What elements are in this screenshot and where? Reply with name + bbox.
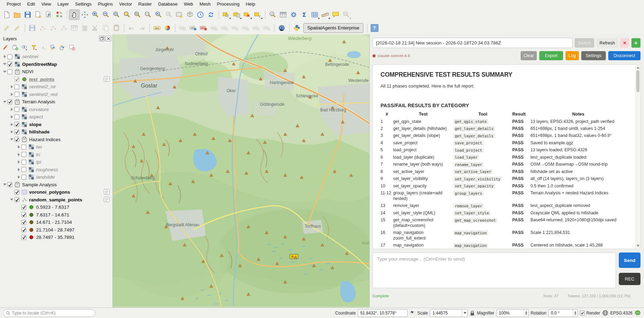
zoom-full-icon[interactable]: [111, 9, 122, 20]
panel-resize-handle[interactable]: · · · · · ·: [372, 249, 640, 253]
visibility-checkbox[interactable]: [14, 130, 19, 134]
layer-indicator-icon[interactable]: [104, 197, 110, 203]
chat-scrollbar[interactable]: [635, 65, 640, 248]
collapse-icon[interactable]: [2, 182, 7, 187]
filter-expression-icon[interactable]: ε: [40, 44, 47, 51]
visibility-checkbox[interactable]: [14, 122, 19, 127]
collapse-icon[interactable]: [2, 62, 7, 67]
layer-item-sample-analysis[interactable]: Sample Analysis: [0, 181, 112, 189]
delete-selected-icon[interactable]: [80, 23, 90, 33]
menu-edit[interactable]: Edit: [24, 1, 38, 7]
metasearch-icon[interactable]: [276, 23, 287, 33]
menu-database[interactable]: Database: [155, 1, 181, 7]
close-panel-icon[interactable]: [105, 36, 111, 41]
label-move-icon[interactable]: abc: [240, 23, 251, 33]
visibility-checkbox[interactable]: [21, 227, 26, 232]
map-tips-icon[interactable]: [330, 9, 341, 20]
label-toolbar-1-icon[interactable]: abc: [177, 23, 188, 33]
menu-settings[interactable]: Settings: [72, 1, 95, 7]
settings-button[interactable]: Settings: [581, 51, 606, 60]
visibility-checkbox[interactable]: [14, 77, 19, 82]
menu-web[interactable]: Web: [181, 1, 197, 7]
visibility-checkbox[interactable]: [21, 235, 26, 240]
redo-icon[interactable]: [137, 23, 147, 33]
undo-icon[interactable]: [126, 23, 137, 33]
expand-icon[interactable]: [16, 174, 21, 180]
digitize-icon[interactable]: [37, 23, 48, 33]
scale-dropdown-arrow[interactable]: [462, 310, 467, 317]
new-print-layout-icon[interactable]: [33, 9, 43, 20]
layer-item-openstreetmap[interactable]: OpenStreetMap: [0, 61, 112, 68]
toggle-editing-icon[interactable]: [12, 23, 22, 33]
menu-layer[interactable]: Layer: [54, 1, 72, 7]
statistics-icon[interactable]: Σ: [299, 9, 309, 20]
menu-mesh[interactable]: Mesh: [196, 1, 214, 7]
python-console-icon[interactable]: [292, 23, 302, 33]
expand-icon[interactable]: [16, 144, 21, 150]
layer-item-random-sample-points[interactable]: random_sample_points: [0, 196, 112, 204]
visibility-checkbox[interactable]: [21, 205, 26, 210]
new-project-icon[interactable]: [1, 9, 12, 20]
export-button[interactable]: Export: [539, 51, 563, 60]
visibility-checkbox[interactable]: [14, 84, 19, 89]
coordinate-input[interactable]: 51.8432°, 10.5778°: [358, 309, 407, 317]
zoom-in-icon[interactable]: [90, 9, 101, 20]
extent-icon[interactable]: [410, 310, 415, 316]
collapse-icon[interactable]: [2, 99, 7, 104]
style-manager-icon[interactable]: a: [54, 9, 64, 20]
modify-attributes-icon[interactable]: [69, 23, 80, 33]
layer-item-curvature[interactable]: curvature: [0, 106, 112, 113]
open-layer-styling-icon[interactable]: [2, 44, 9, 51]
menu-vector[interactable]: Vector: [116, 1, 135, 7]
expand-icon[interactable]: [9, 84, 14, 89]
visibility-checkbox[interactable]: [21, 175, 26, 180]
pan-map-icon[interactable]: [69, 9, 80, 20]
label-unpin-icon[interactable]: abc: [219, 23, 230, 33]
session-select[interactable]: [2026-02-18 21:34] New session - 2026-02…: [372, 38, 573, 48]
visibility-checkbox[interactable]: [21, 145, 26, 150]
label-pin-icon[interactable]: abc: [209, 23, 219, 33]
send-button[interactable]: Send: [619, 253, 640, 268]
paste-features-icon[interactable]: [111, 23, 122, 33]
visibility-checkbox[interactable]: [14, 190, 19, 195]
visibility-checkbox[interactable]: [14, 197, 19, 202]
temporal-controller-icon[interactable]: [195, 9, 206, 20]
visibility-checkbox[interactable]: [14, 115, 19, 119]
current-edits-icon[interactable]: [1, 23, 12, 33]
layer-item-ndvi[interactable]: NDVI: [0, 68, 112, 76]
expand-icon[interactable]: [9, 92, 14, 97]
label-change-icon[interactable]: abc: [261, 23, 272, 33]
expand-icon[interactable]: [9, 107, 14, 112]
layer-item-21-7104-28-7497[interactable]: 21.7104 - 28.7497: [0, 226, 112, 234]
clear-button[interactable]: Clear: [521, 51, 537, 60]
expand-icon[interactable]: [16, 167, 21, 172]
collapse-icon[interactable]: [2, 69, 7, 74]
layer-item-landslide[interactable]: landslide: [0, 173, 112, 181]
layout-manager-icon[interactable]: [43, 9, 54, 20]
vertex-tool-icon[interactable]: [59, 23, 69, 33]
expand-icon[interactable]: [16, 159, 21, 165]
menu-raster[interactable]: Raster: [135, 1, 155, 7]
expand-icon[interactable]: [2, 54, 7, 59]
plugin-help-button[interactable]: ?: [369, 23, 380, 33]
render-toggle[interactable]: Render: [580, 311, 600, 316]
new-map-view-icon[interactable]: [174, 9, 185, 20]
layer-indicator-icon[interactable]: [104, 76, 110, 83]
select-by-expression-icon[interactable]: ε: [252, 9, 263, 20]
attribute-table-icon[interactable]: [278, 9, 288, 20]
layer-item-sentinel[interactable]: sentinel: [0, 53, 112, 61]
crs-globe-icon[interactable]: [602, 310, 608, 316]
save-edits-icon[interactable]: [27, 23, 37, 33]
layer-item-hillshade[interactable]: hillshade: [0, 128, 112, 136]
zoom-next-icon[interactable]: [164, 9, 174, 20]
label-toolbar-3-icon[interactable]: abc: [198, 23, 209, 33]
locator-input[interactable]: Type to locate (Ctrl+K): [3, 309, 95, 317]
new-session-button[interactable]: +: [631, 38, 640, 48]
spatialagents-plugin-button[interactable]: SpatialAgents Enterprise: [303, 23, 363, 33]
scale-combo[interactable]: 1:44575: [430, 309, 468, 317]
zoom-last-icon[interactable]: [153, 9, 164, 20]
magnifier-spinbox[interactable]: 100%: [496, 309, 529, 317]
messages-icon[interactable]: [635, 310, 641, 316]
visibility-checkbox[interactable]: [21, 160, 26, 165]
identify-features-icon[interactable]: i: [267, 9, 278, 20]
